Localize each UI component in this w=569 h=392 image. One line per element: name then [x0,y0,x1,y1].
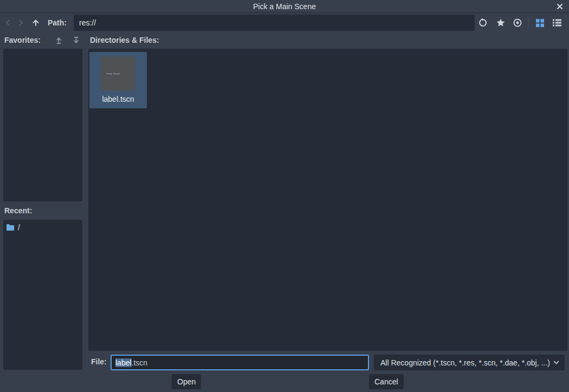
dialog-title: Pick a Main Scene [253,2,316,11]
toggle-hidden-files-button[interactable] [512,17,523,29]
up-directory-button[interactable] [30,17,41,28]
filename-rest-text: .tscn [132,358,148,367]
close-icon [556,3,564,10]
files-panel[interactable]: Hello World label.tscn [88,49,567,351]
path-input[interactable]: res:// [74,15,475,31]
list-view-button[interactable] [551,17,563,29]
grid-view-icon [535,18,545,28]
favorite-button[interactable] [495,17,507,29]
back-button[interactable] [3,18,13,28]
pick-main-scene-dialog: Pick a Main Scene Path: res:// [0,0,569,392]
file-item-label-tscn[interactable]: Hello World label.tscn [89,52,147,108]
star-icon [496,18,506,28]
filename-selected-text: label [115,358,132,367]
forward-button[interactable] [16,18,25,28]
refresh-button[interactable] [477,17,489,29]
arrow-up-icon [31,18,40,27]
open-button[interactable]: Open [172,374,201,389]
move-up-icon [55,36,63,44]
path-value: res:// [79,18,96,27]
titlebar: Pick a Main Scene [0,0,569,13]
recent-item-label: / [18,223,20,232]
grid-view-button[interactable] [534,17,546,29]
file-preview-text: Hello World [106,72,121,75]
favorite-move-up-button[interactable] [54,35,63,45]
file-thumbnail: Hello World [101,56,135,91]
recent-label: Recent: [4,206,32,215]
cancel-button[interactable]: Cancel [369,374,404,389]
filename-input[interactable]: label.tscn [111,355,369,370]
recent-panel: / [3,220,82,370]
favorite-move-down-button[interactable] [71,35,81,45]
file-name: label.tscn [102,95,134,103]
chevron-right-icon [17,19,24,27]
list-view-icon [552,18,562,27]
favorites-panel[interactable] [3,49,82,201]
close-button[interactable] [555,2,565,11]
favorites-label: Favorites: [4,36,41,44]
folder-icon [6,224,15,231]
file-label: File: [91,357,107,366]
filter-selected-value: All Recognized (*.tscn, *.res, *.scn, *.… [380,358,550,367]
toolbar-separator [528,17,528,29]
chevron-down-icon [553,359,560,366]
refresh-icon [478,18,488,28]
chevron-left-icon [4,19,12,27]
recent-item[interactable]: / [3,220,82,234]
directories-files-label: Directories & Files: [90,36,159,44]
path-label: Path: [48,18,67,27]
file-filter-dropdown[interactable]: All Recognized (*.tscn, *.res, *.scn, *.… [374,355,565,370]
eye-icon [513,18,522,28]
move-down-icon [72,36,80,44]
